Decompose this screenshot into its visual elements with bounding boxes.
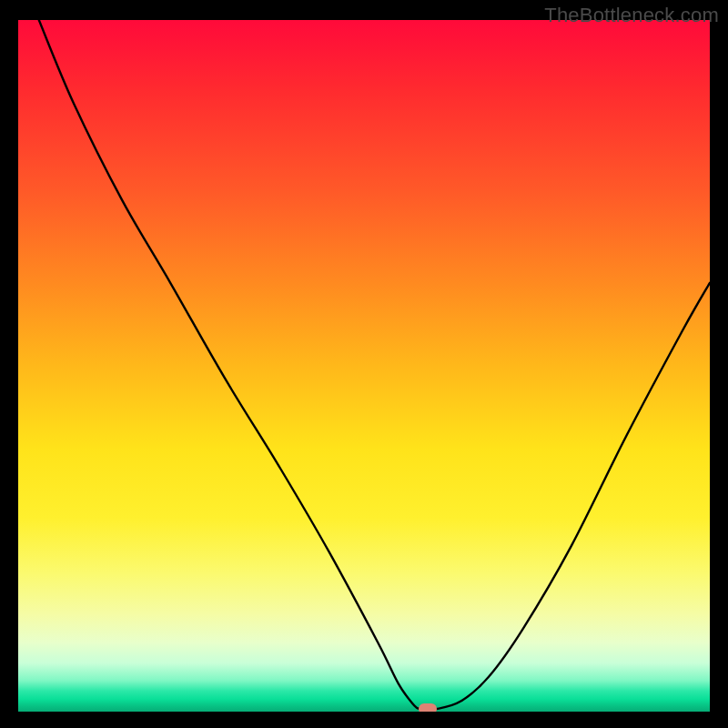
watermark-text: TheBottleneck.com (544, 4, 719, 27)
minimum-marker (419, 703, 437, 712)
bottleneck-curve (18, 20, 710, 712)
plot-area (18, 20, 710, 712)
chart-frame: TheBottleneck.com (0, 0, 728, 728)
curve-path (39, 20, 710, 710)
